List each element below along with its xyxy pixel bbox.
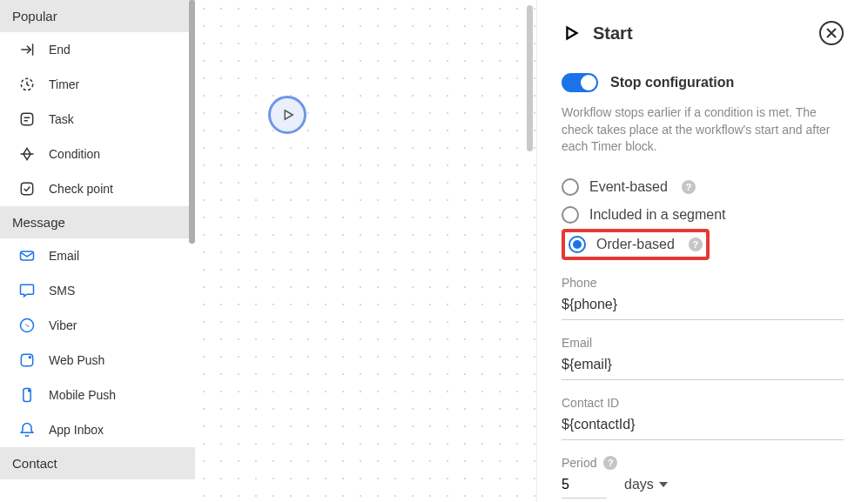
stop-config-label: Stop configuration — [610, 75, 734, 90]
svg-point-7 — [29, 356, 31, 358]
stop-config-toggle[interactable] — [562, 73, 598, 92]
sidebar-item-email[interactable]: Email — [0, 238, 195, 273]
option-order-based-highlight: Order-based ? — [562, 229, 710, 260]
appinbox-icon — [17, 420, 37, 439]
contactid-label: Contact ID — [562, 396, 844, 410]
mobilepush-icon — [17, 385, 37, 405]
svg-rect-6 — [21, 354, 32, 365]
option-included-segment[interactable]: Included in a segment — [562, 201, 844, 229]
chevron-down-icon — [659, 482, 668, 487]
sidebar-item-label: End — [49, 43, 71, 57]
timer-icon — [17, 75, 37, 94]
sidebar-item-label: SMS — [49, 284, 75, 298]
radio-icon — [562, 178, 579, 196]
stop-config-description: Workflow stops earlier if a condition is… — [562, 104, 844, 156]
period-number-input[interactable] — [562, 473, 607, 499]
start-node[interactable] — [268, 96, 306, 134]
condition-icon — [17, 144, 37, 164]
svg-rect-2 — [21, 113, 32, 124]
task-icon — [17, 110, 37, 129]
sidebar-item-label: Mobile Push — [49, 388, 116, 402]
checkpoint-icon — [17, 179, 37, 198]
sidebar-item-label: Timer — [49, 77, 79, 91]
period-label: Period ? — [562, 456, 844, 470]
sms-icon — [17, 281, 37, 300]
properties-panel: Start Stop configuration Workflow stops … — [537, 0, 868, 502]
sidebar-item-task[interactable]: Task — [0, 102, 195, 137]
sidebar-item-label: Condition — [49, 147, 100, 161]
play-icon — [562, 23, 581, 43]
sidebar-item-end[interactable]: End — [0, 32, 195, 67]
viber-icon — [17, 316, 37, 335]
panel-title: Start — [562, 23, 633, 44]
play-icon — [280, 107, 296, 123]
svg-rect-3 — [21, 183, 32, 194]
close-icon — [826, 28, 837, 38]
sidebar-item-label: Task — [49, 112, 74, 126]
email-icon — [17, 246, 37, 265]
sidebar-group-contact: Contact — [0, 447, 195, 479]
period-unit-select[interactable]: days — [624, 477, 668, 492]
blocks-sidebar: Popular End Timer Task Condition — [0, 0, 195, 502]
sidebar-item-viber[interactable]: Viber — [0, 308, 195, 343]
sidebar-item-label: Check point — [49, 182, 113, 196]
end-icon — [17, 40, 37, 59]
app-root: Popular End Timer Task Condition — [0, 0, 868, 502]
sidebar-item-sms[interactable]: SMS — [0, 273, 195, 308]
help-icon[interactable]: ? — [689, 238, 703, 251]
sidebar-group-popular: Popular — [0, 0, 195, 32]
close-button[interactable] — [819, 21, 844, 45]
option-order-based[interactable]: Order-based ? — [569, 234, 703, 255]
canvas-scrollbar[interactable] — [527, 5, 533, 151]
help-icon[interactable]: ? — [603, 456, 617, 470]
svg-point-5 — [21, 319, 34, 332]
phone-input[interactable] — [562, 293, 844, 320]
sidebar-scrollbar[interactable] — [189, 0, 195, 244]
sidebar-item-label: Email — [49, 249, 79, 263]
contactid-input[interactable] — [562, 413, 844, 440]
sidebar-item-condition[interactable]: Condition — [0, 137, 195, 171]
webpush-icon — [17, 351, 37, 370]
sidebar-group-message: Message — [0, 206, 195, 238]
sidebar-item-webpush[interactable]: Web Push — [0, 343, 195, 378]
sidebar-item-label: Web Push — [49, 353, 104, 367]
option-event-based[interactable]: Event-based ? — [562, 173, 844, 201]
sidebar-item-mobilepush[interactable]: Mobile Push — [0, 378, 195, 412]
radio-icon — [569, 236, 586, 253]
email-label: Email — [562, 336, 844, 350]
svg-rect-0 — [32, 44, 34, 55]
email-input[interactable] — [562, 353, 844, 380]
phone-label: Phone — [562, 276, 844, 290]
sidebar-item-appinbox[interactable]: App Inbox — [0, 412, 195, 447]
sidebar-item-checkpoint[interactable]: Check point — [0, 171, 195, 206]
sidebar-item-timer[interactable]: Timer — [0, 67, 195, 102]
sidebar-item-label: App Inbox — [49, 423, 104, 437]
sidebar-item-label: Viber — [49, 318, 77, 332]
workflow-canvas[interactable] — [195, 0, 537, 502]
radio-icon — [562, 206, 579, 224]
help-icon[interactable]: ? — [682, 180, 696, 194]
svg-point-9 — [28, 389, 30, 392]
